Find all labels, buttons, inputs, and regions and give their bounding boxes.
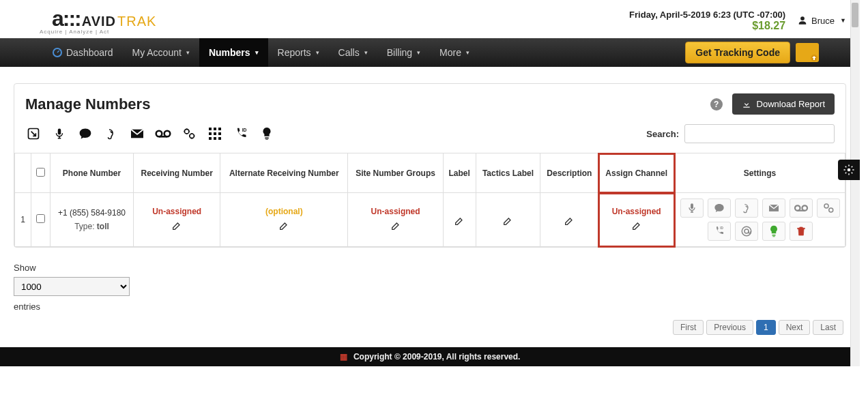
microphone-icon[interactable] <box>51 127 68 141</box>
edit-assign-channel-icon[interactable] <box>631 220 642 231</box>
col-tactics[interactable]: Tactics Label <box>476 153 540 193</box>
logo[interactable]: a::: AVID TRAK Acquire | Analyze | Act <box>14 6 156 35</box>
cell-tactics <box>476 193 540 247</box>
page-last-button[interactable]: Last <box>813 320 843 335</box>
col-index <box>15 153 31 193</box>
nav-my-account[interactable]: My Account▾ <box>123 38 199 67</box>
footer: ▦ Copyright © 2009-2019, All rights rese… <box>0 347 860 366</box>
svg-rect-14 <box>218 128 221 130</box>
chevron-down-icon: ▾ <box>466 49 469 56</box>
pagination: First Previous 1 Next Last <box>0 313 860 347</box>
settings-microphone-icon[interactable] <box>680 198 704 218</box>
scrollbar-thumb[interactable] <box>852 3 858 27</box>
svg-rect-13 <box>214 128 216 130</box>
phone-arrow-icon[interactable] <box>25 127 42 141</box>
search-label: Search: <box>646 129 679 139</box>
ear-icon[interactable] <box>103 127 119 141</box>
lightbulb-icon[interactable] <box>259 127 275 141</box>
chevron-down-icon: ▾ <box>255 49 259 56</box>
page-previous-button[interactable]: Previous <box>706 320 753 335</box>
floating-settings-gear[interactable] <box>838 160 860 180</box>
edit-site-groups-icon[interactable] <box>390 220 401 231</box>
gears-icon[interactable] <box>181 127 197 141</box>
user-dropdown[interactable]: Bruce ▼ <box>798 16 846 26</box>
nav-numbers-label: Numbers <box>209 47 250 58</box>
mail-icon[interactable] <box>129 127 145 141</box>
toolbar: ID <box>25 127 275 141</box>
caller-id-icon[interactable]: ID <box>233 127 249 141</box>
show-entries-select[interactable]: 1000 <box>14 277 130 296</box>
select-all-checkbox[interactable] <box>36 168 45 177</box>
chevron-down-icon: ▾ <box>417 49 420 56</box>
svg-rect-16 <box>214 132 216 135</box>
receiving-value: Un-assigned <box>138 207 216 216</box>
col-label[interactable]: Label <box>443 153 476 193</box>
svg-point-28 <box>828 208 833 212</box>
svg-text:ID: ID <box>242 128 247 132</box>
footer-copyright: Copyright © 2009-2019, All rights reserv… <box>353 352 521 362</box>
settings-mail-icon[interactable] <box>762 198 785 218</box>
download-report-button[interactable]: Download Report <box>732 93 835 115</box>
voicemail-icon[interactable] <box>155 127 171 141</box>
datetime: Friday, April-5-2019 6:23 (UTC -07:00) <box>629 10 785 20</box>
page-title: Manage Numbers <box>25 95 150 113</box>
get-tracking-code-button[interactable]: Get Tracking Code <box>685 42 790 63</box>
settings-ear-icon[interactable] <box>735 198 758 218</box>
col-site-groups[interactable]: Site Number Groups <box>348 153 444 193</box>
nav-reports[interactable]: Reports▾ <box>268 38 329 67</box>
page-first-button[interactable]: First <box>673 320 704 335</box>
edit-alt-receiving-icon[interactable] <box>278 220 289 231</box>
edit-label-icon[interactable] <box>454 216 465 226</box>
chevron-down-icon: ▾ <box>316 49 319 56</box>
svg-point-31 <box>744 229 749 233</box>
svg-rect-18 <box>209 137 212 140</box>
edit-receiving-icon[interactable] <box>171 220 182 231</box>
settings-chat-icon[interactable] <box>708 198 731 218</box>
nav-billing[interactable]: Billing▾ <box>377 38 430 67</box>
svg-point-10 <box>184 129 189 134</box>
page-next-button[interactable]: Next <box>779 320 811 335</box>
col-assign-channel[interactable]: Assign Channel <box>598 153 675 193</box>
col-settings[interactable]: Settings <box>675 153 845 193</box>
type-value: toll <box>97 222 109 231</box>
nav-dashboard[interactable]: Dashboard <box>42 38 123 67</box>
edit-description-icon[interactable] <box>564 216 575 226</box>
svg-point-27 <box>824 204 828 208</box>
cell-settings: ID <box>675 193 845 247</box>
col-alt-receiving[interactable]: Alternate Receiving Number <box>220 153 348 193</box>
scrollbar-track[interactable] <box>850 0 860 366</box>
alt-receiving-value: (optional) <box>225 207 343 216</box>
edit-tactics-icon[interactable] <box>502 216 513 226</box>
user-name: Bruce <box>811 16 835 26</box>
settings-voicemail-icon[interactable] <box>790 198 813 218</box>
row-checkbox[interactable] <box>36 214 45 223</box>
col-receiving[interactable]: Receiving Number <box>134 153 220 193</box>
page-1-button[interactable]: 1 <box>756 320 776 335</box>
svg-point-32 <box>848 168 851 172</box>
nav-numbers[interactable]: Numbers▾ <box>199 38 268 67</box>
search-input[interactable] <box>684 124 835 143</box>
help-icon[interactable]: ? <box>710 98 723 111</box>
settings-gears-icon[interactable] <box>817 198 840 218</box>
svg-rect-19 <box>214 137 216 140</box>
cell-assign-channel: Un-assigned <box>598 193 675 247</box>
settings-at-icon[interactable] <box>735 222 758 241</box>
cell-receiving: Un-assigned <box>134 193 220 247</box>
home-folder-icon[interactable] <box>796 43 819 62</box>
nav-more[interactable]: More▾ <box>430 38 479 67</box>
col-phone[interactable]: Phone Number <box>50 153 134 193</box>
col-description[interactable]: Description <box>540 153 598 193</box>
nav-calls[interactable]: Calls▾ <box>329 38 377 67</box>
download-report-label: Download Report <box>757 99 825 109</box>
chevron-down-icon: ▼ <box>840 17 846 24</box>
site-groups-value: Un-assigned <box>352 207 439 216</box>
svg-rect-22 <box>691 203 693 209</box>
settings-caller-id-icon[interactable]: ID <box>708 222 731 241</box>
grid-icon[interactable] <box>207 127 223 141</box>
chat-icon[interactable] <box>77 127 93 141</box>
svg-rect-2 <box>797 46 807 50</box>
settings-lightbulb-icon[interactable] <box>762 222 785 241</box>
settings-delete-icon[interactable] <box>790 222 813 241</box>
phone-number: +1 (855) 584-9180 <box>55 208 129 218</box>
cell-phone: +1 (855) 584-9180 Type: toll <box>50 193 134 247</box>
